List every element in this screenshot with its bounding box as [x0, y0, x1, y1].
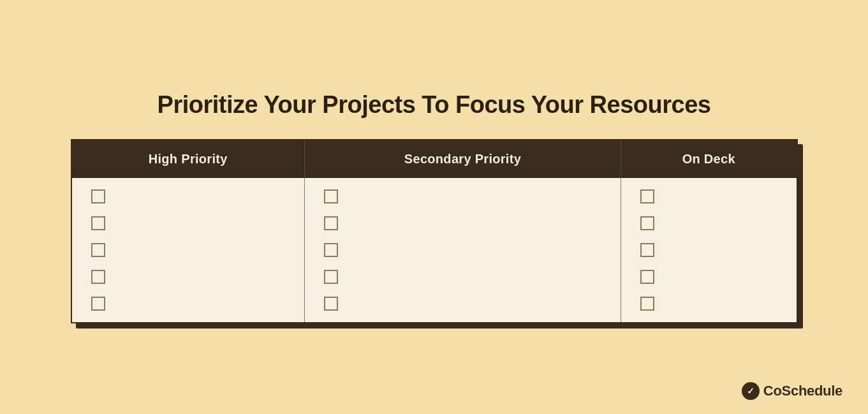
- checkbox[interactable]: [91, 297, 105, 311]
- brand-icon: ✓: [742, 382, 760, 400]
- table-row: [71, 237, 797, 263]
- high-priority-cell-4: [71, 263, 305, 290]
- checkbox[interactable]: [91, 270, 105, 284]
- branding: ✓ CoSchedule: [742, 382, 842, 400]
- priority-table: High Priority Secondary Priority On Deck: [71, 139, 798, 323]
- checkbox-item: [640, 243, 783, 257]
- checkbox-item: [91, 297, 291, 311]
- table-body: [71, 178, 797, 323]
- priority-table-wrapper: High Priority Secondary Priority On Deck: [71, 139, 798, 323]
- checkbox[interactable]: [91, 216, 105, 230]
- checkbox[interactable]: [324, 243, 338, 257]
- checkbox-item: [324, 216, 608, 230]
- checkbox-item: [324, 270, 608, 284]
- checkbox-item: [91, 270, 291, 284]
- col-header-on-deck: On Deck: [621, 140, 797, 178]
- on-deck-cell-3: [621, 237, 797, 263]
- checkbox-item: [91, 243, 291, 257]
- secondary-priority-cell-5: [304, 290, 621, 323]
- brand-name: CoSchedule: [763, 383, 842, 399]
- checkbox[interactable]: [640, 243, 654, 257]
- checkbox-item: [324, 243, 608, 257]
- col-header-secondary-priority: Secondary Priority: [304, 140, 621, 178]
- brand-checkmark-icon: ✓: [747, 386, 754, 396]
- checkbox-item: [640, 297, 783, 311]
- on-deck-cell-1: [621, 178, 797, 210]
- checkbox-item: [324, 297, 608, 311]
- checkbox[interactable]: [640, 216, 654, 230]
- secondary-priority-cell-3: [304, 237, 621, 263]
- checkbox-item: [91, 189, 291, 203]
- table-row: [71, 263, 797, 290]
- col-header-high-priority: High Priority: [71, 140, 305, 178]
- high-priority-cell-3: [71, 237, 305, 263]
- checkbox[interactable]: [640, 297, 654, 311]
- checkbox[interactable]: [640, 270, 654, 284]
- high-priority-cell-1: [71, 178, 305, 210]
- checkbox[interactable]: [324, 270, 338, 284]
- checkbox[interactable]: [324, 189, 338, 203]
- checkbox-item: [324, 189, 608, 203]
- checkbox-item: [640, 189, 783, 203]
- checkbox[interactable]: [324, 216, 338, 230]
- table-row: [71, 290, 797, 323]
- checkbox[interactable]: [640, 189, 654, 203]
- secondary-priority-cell-4: [304, 263, 621, 290]
- high-priority-cell-2: [71, 210, 305, 237]
- checkbox-item: [640, 216, 783, 230]
- secondary-priority-cell-2: [304, 210, 621, 237]
- checkbox[interactable]: [324, 297, 338, 311]
- checkbox[interactable]: [91, 243, 105, 257]
- table-header: High Priority Secondary Priority On Deck: [71, 140, 797, 178]
- on-deck-cell-5: [621, 290, 797, 323]
- checkbox-item: [91, 216, 291, 230]
- table-row: [71, 210, 797, 237]
- on-deck-cell-2: [621, 210, 797, 237]
- secondary-priority-cell-1: [304, 178, 621, 210]
- high-priority-cell-5: [71, 290, 305, 323]
- checkbox[interactable]: [91, 189, 105, 203]
- table-row: [71, 178, 797, 210]
- on-deck-cell-4: [621, 263, 797, 290]
- checkbox-item: [640, 270, 783, 284]
- page-title: Prioritize Your Projects To Focus Your R…: [158, 91, 711, 119]
